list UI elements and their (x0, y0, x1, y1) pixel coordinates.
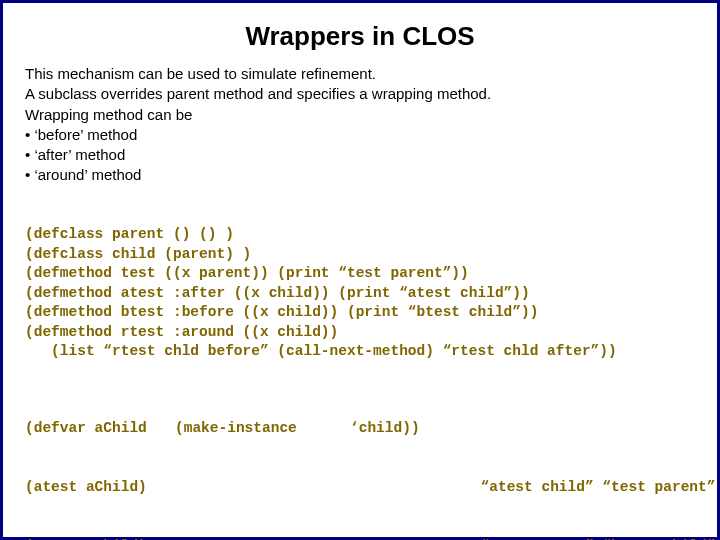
slide-frame: Wrappers in CLOS This mechanism can be u… (0, 0, 720, 540)
intro-line: This mechanism can be used to simulate r… (25, 64, 695, 84)
intro-line: A subclass overrides parent method and s… (25, 84, 695, 104)
intro-block: This mechanism can be used to simulate r… (25, 64, 695, 186)
code-line: (defmethod test ((x parent)) (print “tes… (25, 265, 469, 281)
intro-bullet: • ‘after’ method (25, 145, 695, 165)
code-cell: ‘child)) (350, 419, 695, 439)
code-cell: “test parent” “btest child” (350, 537, 715, 541)
code-line: (defmethod btest :before ((x child)) (pr… (25, 304, 538, 320)
code-line: (defmethod atest :after ((x child)) (pri… (25, 285, 530, 301)
code-cell: (make-instance (175, 419, 350, 439)
code-row: (atest aChild) “test parent” “btest chil… (25, 537, 695, 541)
code-line: (defclass child (parent) ) (25, 246, 251, 262)
code-row: (defvar aChild (make-instance ‘child)) (25, 419, 695, 439)
code-cell: (atest aChild) (25, 537, 175, 541)
code-line: (list “rtest chld before” (call-next-met… (25, 343, 617, 359)
code-line: (defmethod rtest :around ((x child)) (25, 324, 338, 340)
code-line: (defclass parent () () ) (25, 226, 234, 242)
code-cell (175, 478, 350, 498)
intro-bullet: • ‘around’ method (25, 165, 695, 185)
code-block-2: (defvar aChild (make-instance ‘child)) (… (25, 380, 695, 540)
slide-title: Wrappers in CLOS (25, 21, 695, 52)
code-cell (175, 537, 350, 541)
code-cell: “atest child” “test parent” (350, 478, 715, 498)
code-row: (atest aChild) “atest child” “test paren… (25, 478, 695, 498)
code-cell: (defvar aChild (25, 419, 175, 439)
intro-line: Wrapping method can be (25, 105, 695, 125)
code-block-1: (defclass parent () () ) (defclass child… (25, 206, 695, 363)
intro-bullet: • ‘before’ method (25, 125, 695, 145)
code-cell: (atest aChild) (25, 478, 175, 498)
